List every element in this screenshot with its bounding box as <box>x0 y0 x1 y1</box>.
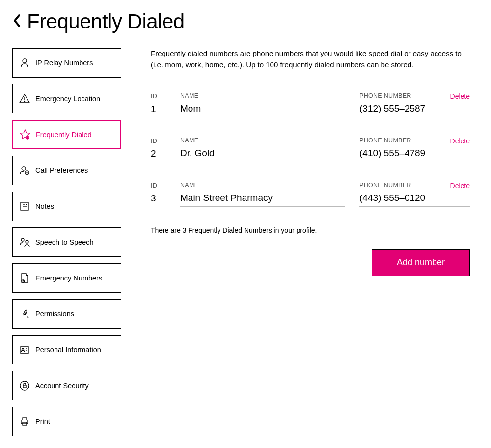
page-title: Frequently Dialed <box>27 10 185 33</box>
id-label: ID <box>151 93 165 100</box>
svg-rect-17 <box>20 347 29 353</box>
sidebar-item-speech-to-speech[interactable]: Speech to Speech <box>12 227 121 257</box>
svg-point-15 <box>24 313 26 315</box>
sidebar: IP Relay Numbers Emergency Location Freq… <box>12 48 121 443</box>
svg-rect-24 <box>23 418 27 420</box>
speech-icon <box>19 236 30 248</box>
svg-point-11 <box>26 240 28 243</box>
name-input[interactable]: Main Street Pharmacy <box>180 193 345 207</box>
delete-button[interactable]: Delete <box>450 92 470 100</box>
call-settings-icon <box>19 165 30 176</box>
sidebar-item-label: Speech to Speech <box>35 238 94 246</box>
svg-rect-23 <box>21 420 28 424</box>
sidebar-item-call-preferences[interactable]: Call Preferences <box>12 156 121 185</box>
sidebar-item-label: Emergency Location <box>35 95 100 103</box>
sidebar-item-label: Emergency Numbers <box>35 274 102 282</box>
sidebar-item-account-security[interactable]: Account Security <box>12 371 121 400</box>
svg-point-6 <box>27 172 27 173</box>
svg-rect-7 <box>21 202 28 210</box>
sidebar-item-label: Print <box>35 418 50 425</box>
sidebar-item-label: Frequently Dialed <box>36 131 92 139</box>
sidebar-item-ip-relay-numbers[interactable]: IP Relay Numbers <box>12 48 121 78</box>
summary-text: There are 3 Frequently Dialed Numbers in… <box>151 226 470 234</box>
name-input[interactable]: Dr. Gold <box>180 148 345 162</box>
print-icon <box>19 416 30 427</box>
sidebar-item-print[interactable]: Print <box>12 407 121 436</box>
document-add-icon <box>19 272 30 284</box>
star-icon <box>19 129 31 140</box>
id-value: 3 <box>151 193 165 207</box>
sidebar-item-label: IP Relay Numbers <box>35 59 93 67</box>
description-text: Frequently dialed numbers are phone numb… <box>151 48 470 70</box>
back-icon[interactable] <box>12 13 22 30</box>
svg-point-0 <box>23 59 27 63</box>
delete-button[interactable]: Delete <box>450 137 470 145</box>
svg-line-16 <box>27 316 28 318</box>
id-label: ID <box>151 138 165 144</box>
svg-point-21 <box>20 381 29 390</box>
sidebar-item-label: Permissions <box>35 310 74 318</box>
sidebar-item-frequently-dialed[interactable]: Frequently Dialed <box>12 120 121 149</box>
name-input[interactable]: Mom <box>180 103 345 117</box>
main-content: Frequently dialed numbers are phone numb… <box>151 48 470 443</box>
permissions-icon <box>19 308 30 320</box>
phone-input[interactable]: (312) 555–2587 <box>359 103 470 117</box>
notes-icon <box>19 200 30 212</box>
add-number-button[interactable]: Add number <box>372 249 470 276</box>
sidebar-item-notes[interactable]: Notes <box>12 192 121 221</box>
entry-row: ID 2 NAME Dr. Gold PHONE NUMBER (410) 55… <box>151 137 470 162</box>
phone-person-icon <box>19 57 30 69</box>
sidebar-item-label: Personal Information <box>35 346 101 354</box>
svg-point-10 <box>21 238 24 241</box>
entry-row: ID 3 NAME Main Street Pharmacy PHONE NUM… <box>151 182 470 207</box>
id-card-icon <box>19 344 30 356</box>
svg-point-5 <box>25 171 29 175</box>
lock-icon <box>19 380 30 392</box>
sidebar-item-emergency-location[interactable]: Emergency Location <box>12 84 121 113</box>
svg-point-2 <box>24 101 25 101</box>
svg-rect-22 <box>23 385 26 388</box>
sidebar-item-label: Call Preferences <box>35 167 88 174</box>
sidebar-item-label: Notes <box>35 202 54 210</box>
id-value: 1 <box>151 104 165 117</box>
id-label: ID <box>151 182 165 189</box>
delete-button[interactable]: Delete <box>450 182 470 190</box>
name-label: NAME <box>180 182 345 189</box>
sidebar-item-personal-information[interactable]: Personal Information <box>12 335 121 364</box>
warning-icon <box>19 93 30 105</box>
id-value: 2 <box>151 148 165 162</box>
sidebar-item-label: Account Security <box>35 382 89 390</box>
name-label: NAME <box>180 92 345 99</box>
name-label: NAME <box>180 137 345 144</box>
sidebar-item-emergency-numbers[interactable]: Emergency Numbers <box>12 263 121 293</box>
sidebar-item-permissions[interactable]: Permissions <box>12 299 121 329</box>
phone-input[interactable]: (410) 555–4789 <box>359 148 470 162</box>
phone-input[interactable]: (443) 555–0120 <box>359 193 470 207</box>
svg-point-4 <box>22 167 26 170</box>
entry-row: ID 1 NAME Mom PHONE NUMBER (312) 555–258… <box>151 92 470 117</box>
page-header: Frequently Dialed <box>12 10 479 33</box>
